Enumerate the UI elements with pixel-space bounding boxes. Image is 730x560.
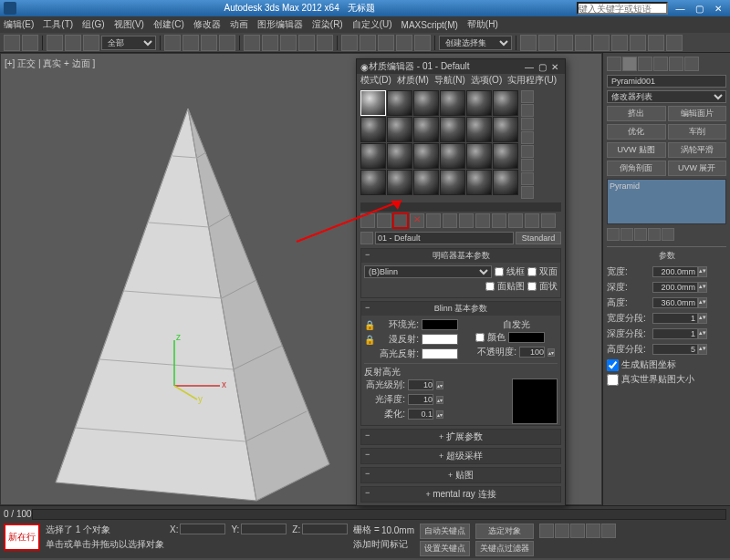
material-id-icon[interactable] [475,213,490,228]
assign-to-selection-icon[interactable] [393,213,408,228]
pick-material-icon[interactable] [360,232,373,244]
next-frame-icon[interactable] [586,524,600,538]
transform-y-input[interactable] [241,524,287,534]
motion-tab-icon[interactable] [653,57,668,71]
add-timemarker-button[interactable]: 添加时间标记 [353,538,408,551]
me-maximize-button[interactable]: ▢ [536,62,548,72]
menu-create[interactable]: 创建(C) [153,18,184,31]
material-slot[interactable] [387,143,412,169]
goto-start-icon[interactable] [539,524,554,538]
me-titlebar[interactable]: ◉ 材质编辑器 - 01 - Default — ▢ ✕ [357,59,565,74]
mod-btn[interactable]: UVW 展开 [668,161,727,176]
maps-rollout-header[interactable]: + 贴图 [361,468,560,482]
material-slot[interactable] [360,117,386,142]
me-menu-modes[interactable]: 模式(D) [360,74,391,87]
me-minimize-button[interactable]: — [523,62,536,72]
refcoord-icon[interactable] [298,35,315,51]
material-slot[interactable] [360,143,386,169]
params-rollout-header[interactable]: 参数 [607,246,726,262]
spinner-icon[interactable]: ▴▾ [698,344,707,355]
select-name-icon[interactable] [182,35,199,51]
ambient-swatch[interactable] [422,319,458,330]
maximize-button[interactable]: ▢ [691,4,707,14]
mirror-icon[interactable] [520,35,537,51]
glossiness-input[interactable] [408,394,433,405]
object-name-field[interactable]: Pyramid001 [607,75,726,88]
select-by-mat-icon[interactable] [521,186,534,199]
mod-btn[interactable]: 编辑面片 [668,106,727,121]
curve-editor-icon[interactable] [575,35,591,51]
dseg-input[interactable] [652,328,698,339]
opacity-input[interactable] [519,347,545,358]
snap-icon[interactable] [360,35,376,51]
lock-icon[interactable]: 🔒 [364,335,375,345]
show-end-result-icon[interactable] [508,213,523,228]
material-type-button[interactable]: Standard [516,232,561,244]
material-slot[interactable] [466,90,492,116]
gen-mapcoords-checkbox[interactable] [607,359,619,371]
key-filters-button[interactable]: 关键点过滤器 [475,541,534,556]
material-slot[interactable] [493,170,518,195]
spinner-icon[interactable]: ▴▾ [698,313,707,324]
material-name-input[interactable] [375,232,514,244]
spinner-icon[interactable]: ▴▾ [698,266,707,277]
bind-icon[interactable] [83,35,99,51]
pivot-icon[interactable] [317,35,333,51]
window-crossing-icon[interactable] [219,35,235,51]
put-to-scene-icon[interactable] [377,213,391,228]
menu-group[interactable]: 组(G) [82,18,104,31]
twoside-checkbox[interactable] [527,267,537,276]
facemap-checkbox[interactable] [485,282,495,291]
material-slot[interactable] [387,170,412,195]
material-editor-icon[interactable] [611,35,628,51]
setkey-button[interactable]: 设置关键点 [420,541,470,556]
modifier-stack[interactable]: Pyramid [607,179,726,224]
selection-filter-dropdown[interactable]: 全部 [101,36,156,50]
go-parent-icon[interactable] [525,213,539,228]
backlight-icon[interactable] [521,104,534,117]
hierarchy-tab-icon[interactable] [638,57,652,71]
material-slot[interactable] [440,143,465,169]
rotate-icon[interactable] [262,35,278,51]
layers-icon[interactable] [557,35,573,51]
link-icon[interactable] [47,35,63,51]
schematic-icon[interactable] [593,35,610,51]
material-slot[interactable] [440,117,465,142]
spinner-snap-icon[interactable] [414,35,431,51]
spinner-icon[interactable]: ▴▾ [698,297,707,308]
spec-level-input[interactable] [408,379,433,390]
spinner-icon[interactable]: ▴▾ [698,282,707,293]
wire-checkbox[interactable] [495,267,504,276]
spinner-icon[interactable]: ▴▾ [698,328,707,339]
display-tab-icon[interactable] [669,57,683,71]
sample-type-icon[interactable] [521,90,534,103]
menu-animation[interactable]: 动画 [230,18,248,31]
render-setup-icon[interactable] [630,35,646,51]
move-icon[interactable] [244,35,260,51]
supersample-rollout-header[interactable]: + 超级采样 [361,449,560,463]
render-frame-icon[interactable] [648,35,664,51]
show-result-icon[interactable] [620,228,633,241]
configure-sets-icon[interactable] [662,228,674,241]
help-search-input[interactable] [577,2,668,15]
render-icon[interactable] [666,35,683,51]
pin-stack-icon[interactable] [607,228,620,241]
menu-maxscript[interactable]: MAXScript(M) [402,20,458,30]
mod-btn[interactable]: 优化 [607,124,666,140]
menu-help[interactable]: 帮助(H) [467,18,498,31]
shader-rollout-header[interactable]: 明暗器基本参数 [361,249,560,263]
selfillum-color-checkbox[interactable] [475,333,485,342]
material-slot[interactable] [493,90,518,116]
material-slot[interactable] [360,90,386,116]
menu-view[interactable]: 视图(V) [114,18,144,31]
material-slot[interactable] [413,143,439,169]
make-unique-icon[interactable] [443,213,457,228]
reset-map-icon[interactable]: ✕ [410,213,424,228]
me-menu-options[interactable]: 选项(O) [471,74,502,87]
specular-swatch[interactable] [422,348,458,359]
menu-tools[interactable]: 工具(T) [43,18,73,31]
mod-btn[interactable]: 挤出 [607,106,666,121]
material-slot[interactable] [466,170,492,195]
transform-z-input[interactable] [302,524,348,534]
material-slot[interactable] [413,170,439,195]
